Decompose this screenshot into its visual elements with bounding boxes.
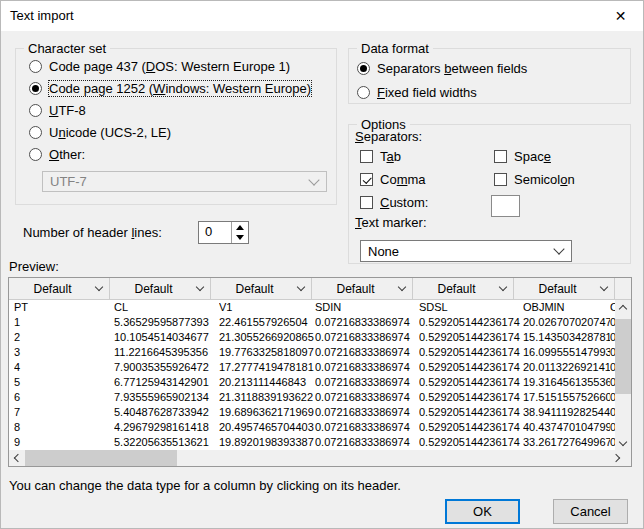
preview-cell: 1 bbox=[14, 315, 114, 330]
preview-cell: 5.32205635513621 bbox=[114, 435, 219, 450]
scrollbar-right-button[interactable] bbox=[609, 450, 625, 466]
column-type-select[interactable]: Default bbox=[514, 278, 615, 300]
table-row: 67.9355596590213421.31188391936220.07216… bbox=[9, 390, 631, 405]
column-header: SDIN bbox=[315, 300, 419, 315]
text-import-dialog: Text import ✕ Character set Code page 43… bbox=[0, 0, 644, 529]
chevron-down-icon bbox=[619, 437, 627, 445]
preview-data-area: PTCLV1SDINSDSLOBJMINO 15.365295958773932… bbox=[9, 300, 631, 450]
scrollbar-up-button[interactable] bbox=[615, 300, 631, 315]
spinner-up-button[interactable] bbox=[232, 222, 248, 233]
up-arrow-icon bbox=[236, 225, 244, 230]
preview-cell: 20.4957465704403 bbox=[219, 420, 315, 435]
radio-unicode-ucs2[interactable]: Unicode (UCS-2, LE) bbox=[29, 124, 171, 141]
preview-cell: 8 bbox=[14, 420, 114, 435]
data-format-group: Data format Separators between fields Fi… bbox=[348, 48, 631, 104]
radio-codepage-437[interactable]: Code page 437 (DOS: Western Europe 1) bbox=[29, 58, 290, 75]
table-row: 95.3220563551362119.89201983933870.07216… bbox=[9, 435, 631, 450]
chevron-down-icon bbox=[95, 282, 103, 290]
vertical-scrollbar-thumb[interactable] bbox=[615, 319, 631, 394]
column-type-select[interactable]: Default bbox=[211, 278, 312, 300]
ok-button[interactable]: OK bbox=[445, 499, 520, 524]
radio-icon bbox=[29, 148, 42, 161]
cancel-button-label: Cancel bbox=[570, 504, 610, 519]
column-type-value: Default bbox=[312, 282, 399, 296]
preview-cell: 22.461557926504 bbox=[219, 315, 315, 330]
radio-icon bbox=[357, 86, 370, 99]
preview-cell: 0.529205144236174 bbox=[419, 405, 523, 420]
preview-cell: 17.5151557526602 bbox=[523, 390, 610, 405]
chevron-right-icon bbox=[612, 454, 620, 462]
preview-cell: 19.3164561355369 bbox=[523, 375, 610, 390]
preview-cell: 0.07216833386974 bbox=[315, 390, 419, 405]
preview-cell: 7 bbox=[14, 405, 114, 420]
column-type-value: Default bbox=[413, 282, 500, 296]
character-set-group-label: Character set bbox=[24, 41, 110, 56]
header-lines-label: Number of header lines: bbox=[23, 225, 162, 240]
cancel-button[interactable]: Cancel bbox=[553, 499, 628, 524]
preview-cell: 0.529205144236174 bbox=[419, 435, 523, 450]
radio-label: Fixed field widths bbox=[377, 85, 477, 100]
checkbox-space[interactable]: Space bbox=[494, 148, 551, 165]
preview-cell: 0.529205144236174 bbox=[419, 345, 523, 360]
column-header: CL bbox=[114, 300, 219, 315]
preview-cell: 21.3055266920865 bbox=[219, 330, 315, 345]
horizontal-scrollbar-thumb[interactable] bbox=[25, 450, 177, 466]
preview-cell: 0.529205144236174 bbox=[419, 390, 523, 405]
preview-cell: 10.1054514034677 bbox=[114, 330, 219, 345]
preview-cell: 5 bbox=[14, 375, 114, 390]
radio-other[interactable]: Other: bbox=[29, 146, 85, 163]
radio-fixed-field-widths[interactable]: Fixed field widths bbox=[357, 84, 477, 101]
column-type-select[interactable]: Default bbox=[9, 278, 110, 300]
scrollbar-down-button[interactable] bbox=[615, 435, 631, 450]
radio-icon bbox=[29, 126, 42, 139]
radio-utf8[interactable]: UTF-8 bbox=[29, 102, 86, 119]
text-marker-select[interactable]: None bbox=[360, 240, 572, 262]
radio-checked-icon bbox=[29, 82, 42, 95]
preview-cell: 19.6896362171969 bbox=[219, 405, 315, 420]
radio-checked-icon bbox=[357, 62, 370, 75]
footer-hint: You can change the data type for a colum… bbox=[9, 478, 401, 493]
separators-label: Separators: bbox=[355, 129, 422, 144]
spinner-down-button[interactable] bbox=[232, 233, 248, 244]
checkbox-custom[interactable]: Custom: bbox=[360, 194, 428, 211]
checkbox-tab[interactable]: Tab bbox=[360, 148, 401, 165]
horizontal-scrollbar[interactable] bbox=[9, 450, 631, 466]
custom-separator-input[interactable] bbox=[491, 195, 520, 217]
preview-cell: 21.3118839193622 bbox=[219, 390, 315, 405]
preview-cell: 17.2777419478181 bbox=[219, 360, 315, 375]
column-type-select[interactable]: Default bbox=[312, 278, 413, 300]
column-type-value: Default bbox=[514, 282, 601, 296]
checkbox-semicolon[interactable]: Semicolon bbox=[494, 171, 575, 188]
preview-cell: 0.07216833386974 bbox=[315, 420, 419, 435]
table-row: 84.2967929816141820.49574657044030.07216… bbox=[9, 420, 631, 435]
column-type-select[interactable]: Default bbox=[110, 278, 211, 300]
character-set-group: Character set Code page 437 (DOS: Wester… bbox=[15, 48, 337, 205]
preview-cell: 0.07216833386974 bbox=[315, 360, 419, 375]
preview-cell: 7.90035355926472 bbox=[114, 360, 219, 375]
checkbox-label: Semicolon bbox=[514, 172, 575, 187]
preview-cell: 0.07216833386974 bbox=[315, 405, 419, 420]
preview-cell: 0.07216833386974 bbox=[315, 375, 419, 390]
vertical-scrollbar[interactable] bbox=[615, 300, 631, 450]
checkbox-label: Space bbox=[514, 149, 551, 164]
scrollbar-left-button[interactable] bbox=[9, 450, 25, 466]
column-type-value: Default bbox=[211, 282, 298, 296]
chevron-left-icon bbox=[14, 454, 22, 462]
radio-label: UTF-8 bbox=[49, 103, 86, 118]
checkbox-icon bbox=[494, 150, 507, 163]
column-type-select-partial[interactable] bbox=[615, 278, 631, 300]
checkbox-comma[interactable]: Comma bbox=[360, 171, 426, 188]
preview-cell: 2 bbox=[14, 330, 114, 345]
radio-codepage-1252[interactable]: Code page 1252 (Windows: Western Europe) bbox=[29, 80, 311, 97]
column-type-select[interactable]: Default bbox=[413, 278, 514, 300]
preview-cell: 20.0113226921417 bbox=[523, 360, 610, 375]
preview-cell: 0.529205144236174 bbox=[419, 360, 523, 375]
preview-cell: 7.93555965902134 bbox=[114, 390, 219, 405]
header-lines-spinner[interactable]: 0 bbox=[198, 221, 249, 244]
data-format-group-label: Data format bbox=[357, 41, 433, 56]
preview-cell: 5.36529595877393 bbox=[114, 315, 219, 330]
radio-separators-between-fields[interactable]: Separators between fields bbox=[357, 60, 527, 77]
preview-table: Default Default Default Default Default … bbox=[8, 277, 632, 467]
preview-cell: 19.7763325818097 bbox=[219, 345, 315, 360]
close-button[interactable]: ✕ bbox=[598, 1, 643, 31]
